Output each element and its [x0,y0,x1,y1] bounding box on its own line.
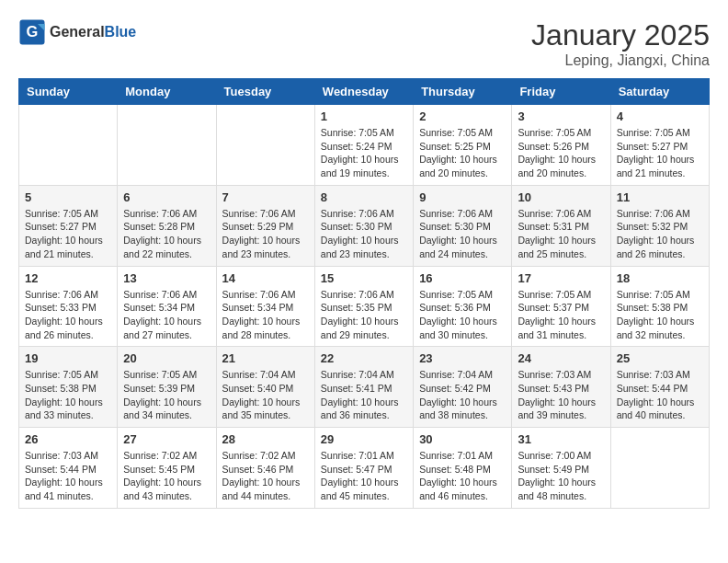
calendar-day-14: 14Sunrise: 7:06 AM Sunset: 5:34 PM Dayli… [216,266,314,347]
day-number: 2 [419,109,506,123]
empty-cell [610,428,709,509]
calendar-day-8: 8Sunrise: 7:06 AM Sunset: 5:30 PM Daylig… [314,185,413,266]
calendar-week-row: 1Sunrise: 7:05 AM Sunset: 5:24 PM Daylig… [19,105,710,186]
calendar-day-12: 12Sunrise: 7:06 AM Sunset: 5:33 PM Dayli… [19,266,118,347]
logo-blue-text: Blue [105,24,137,40]
calendar-day-2: 2Sunrise: 7:05 AM Sunset: 5:25 PM Daylig… [414,105,512,186]
day-number: 18 [617,271,703,285]
calendar-day-20: 20Sunrise: 7:05 AM Sunset: 5:39 PM Dayli… [118,347,216,428]
day-info: Sunrise: 7:06 AM Sunset: 5:34 PM Dayligh… [123,288,210,342]
calendar-day-17: 17Sunrise: 7:05 AM Sunset: 5:37 PM Dayli… [512,266,610,347]
day-info: Sunrise: 7:06 AM Sunset: 5:30 PM Dayligh… [419,207,506,261]
day-info: Sunrise: 7:05 AM Sunset: 5:38 PM Dayligh… [25,368,111,422]
day-number: 9 [419,190,506,204]
calendar-day-5: 5Sunrise: 7:05 AM Sunset: 5:27 PM Daylig… [19,185,118,266]
day-number: 19 [25,351,111,365]
calendar-day-23: 23Sunrise: 7:04 AM Sunset: 5:42 PM Dayli… [414,347,512,428]
day-number: 30 [419,432,506,446]
calendar-table: SundayMondayTuesdayWednesdayThursdayFrid… [18,78,710,509]
calendar-day-29: 29Sunrise: 7:01 AM Sunset: 5:47 PM Dayli… [314,428,413,509]
day-info: Sunrise: 7:06 AM Sunset: 5:33 PM Dayligh… [25,288,111,342]
weekday-header-thursday: Thursday [414,79,512,105]
day-info: Sunrise: 7:04 AM Sunset: 5:41 PM Dayligh… [321,368,407,422]
day-info: Sunrise: 7:06 AM Sunset: 5:34 PM Dayligh… [222,288,309,342]
calendar-day-10: 10Sunrise: 7:06 AM Sunset: 5:31 PM Dayli… [512,185,610,266]
calendar-day-18: 18Sunrise: 7:05 AM Sunset: 5:38 PM Dayli… [610,266,709,347]
calendar-day-6: 6Sunrise: 7:06 AM Sunset: 5:28 PM Daylig… [118,185,216,266]
day-number: 11 [617,190,703,204]
day-info: Sunrise: 7:02 AM Sunset: 5:46 PM Dayligh… [222,449,309,503]
day-info: Sunrise: 7:05 AM Sunset: 5:37 PM Dayligh… [518,288,604,342]
day-number: 12 [25,271,111,285]
logo-icon: G [18,18,46,46]
day-info: Sunrise: 7:01 AM Sunset: 5:47 PM Dayligh… [321,449,407,503]
day-info: Sunrise: 7:04 AM Sunset: 5:40 PM Dayligh… [222,368,309,422]
calendar-day-4: 4Sunrise: 7:05 AM Sunset: 5:27 PM Daylig… [610,105,709,186]
day-info: Sunrise: 7:03 AM Sunset: 5:43 PM Dayligh… [518,368,604,422]
day-number: 16 [419,271,506,285]
day-number: 15 [321,271,407,285]
day-number: 6 [123,190,210,204]
calendar-day-1: 1Sunrise: 7:05 AM Sunset: 5:24 PM Daylig… [314,105,413,186]
calendar-day-21: 21Sunrise: 7:04 AM Sunset: 5:40 PM Dayli… [216,347,314,428]
day-number: 7 [222,190,309,204]
day-number: 4 [617,109,703,123]
logo-text: GeneralBlue [50,24,136,40]
day-info: Sunrise: 7:05 AM Sunset: 5:27 PM Dayligh… [617,126,703,180]
calendar-day-27: 27Sunrise: 7:02 AM Sunset: 5:45 PM Dayli… [118,428,216,509]
day-number: 13 [123,271,210,285]
day-info: Sunrise: 7:06 AM Sunset: 5:29 PM Dayligh… [222,207,309,261]
weekday-header-row: SundayMondayTuesdayWednesdayThursdayFrid… [19,79,710,105]
calendar-day-3: 3Sunrise: 7:05 AM Sunset: 5:26 PM Daylig… [512,105,610,186]
day-number: 25 [617,351,703,365]
logo-general-text: General [50,24,105,40]
day-info: Sunrise: 7:05 AM Sunset: 5:26 PM Dayligh… [518,126,604,180]
page-header: G GeneralBlue January 2025 Leping, Jiang… [18,18,710,69]
day-number: 5 [25,190,111,204]
day-info: Sunrise: 7:05 AM Sunset: 5:39 PM Dayligh… [123,368,210,422]
calendar-day-25: 25Sunrise: 7:03 AM Sunset: 5:44 PM Dayli… [610,347,709,428]
day-number: 26 [25,432,111,446]
day-info: Sunrise: 7:02 AM Sunset: 5:45 PM Dayligh… [123,449,210,503]
calendar-day-24: 24Sunrise: 7:03 AM Sunset: 5:43 PM Dayli… [512,347,610,428]
calendar-day-26: 26Sunrise: 7:03 AM Sunset: 5:44 PM Dayli… [19,428,118,509]
day-info: Sunrise: 7:06 AM Sunset: 5:28 PM Dayligh… [123,207,210,261]
day-number: 17 [518,271,604,285]
day-number: 24 [518,351,604,365]
day-info: Sunrise: 7:06 AM Sunset: 5:35 PM Dayligh… [321,288,407,342]
day-info: Sunrise: 7:00 AM Sunset: 5:49 PM Dayligh… [518,449,604,503]
day-info: Sunrise: 7:06 AM Sunset: 5:32 PM Dayligh… [617,207,703,261]
day-number: 22 [321,351,407,365]
day-number: 14 [222,271,309,285]
calendar-day-13: 13Sunrise: 7:06 AM Sunset: 5:34 PM Dayli… [118,266,216,347]
svg-text:G: G [27,23,39,40]
calendar-week-row: 19Sunrise: 7:05 AM Sunset: 5:38 PM Dayli… [19,347,710,428]
day-info: Sunrise: 7:05 AM Sunset: 5:27 PM Dayligh… [25,207,111,261]
calendar-day-7: 7Sunrise: 7:06 AM Sunset: 5:29 PM Daylig… [216,185,314,266]
calendar-day-9: 9Sunrise: 7:06 AM Sunset: 5:30 PM Daylig… [414,185,512,266]
calendar-day-19: 19Sunrise: 7:05 AM Sunset: 5:38 PM Dayli… [19,347,118,428]
day-number: 1 [321,109,407,123]
weekday-header-monday: Monday [118,79,216,105]
calendar-day-28: 28Sunrise: 7:02 AM Sunset: 5:46 PM Dayli… [216,428,314,509]
day-info: Sunrise: 7:06 AM Sunset: 5:31 PM Dayligh… [518,207,604,261]
day-info: Sunrise: 7:03 AM Sunset: 5:44 PM Dayligh… [25,449,111,503]
empty-cell [118,105,216,186]
title-block: January 2025 Leping, Jiangxi, China [531,18,710,69]
calendar-week-row: 5Sunrise: 7:05 AM Sunset: 5:27 PM Daylig… [19,185,710,266]
weekday-header-friday: Friday [512,79,610,105]
day-info: Sunrise: 7:05 AM Sunset: 5:25 PM Dayligh… [419,126,506,180]
day-number: 29 [321,432,407,446]
day-info: Sunrise: 7:05 AM Sunset: 5:36 PM Dayligh… [419,288,506,342]
day-number: 3 [518,109,604,123]
day-number: 28 [222,432,309,446]
day-number: 8 [321,190,407,204]
day-number: 10 [518,190,604,204]
day-info: Sunrise: 7:01 AM Sunset: 5:48 PM Dayligh… [419,449,506,503]
empty-cell [19,105,118,186]
day-number: 23 [419,351,506,365]
day-info: Sunrise: 7:05 AM Sunset: 5:38 PM Dayligh… [617,288,703,342]
day-info: Sunrise: 7:05 AM Sunset: 5:24 PM Dayligh… [321,126,407,180]
day-number: 21 [222,351,309,365]
calendar-day-11: 11Sunrise: 7:06 AM Sunset: 5:32 PM Dayli… [610,185,709,266]
